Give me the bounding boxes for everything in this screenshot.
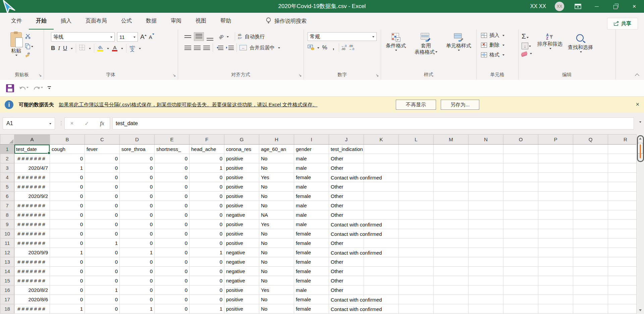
- cell-E8[interactable]: 0: [155, 210, 190, 220]
- cell-G10[interactable]: positive: [224, 229, 259, 239]
- comma-style-button[interactable]: ,: [330, 44, 337, 51]
- font-color-dropdown-icon[interactable]: [121, 48, 123, 50]
- cell-F9[interactable]: 0: [190, 220, 224, 229]
- cell-A14[interactable]: #######: [14, 267, 50, 276]
- cell-M14[interactable]: [434, 267, 469, 276]
- delete-cells-button[interactable]: 删除: [481, 42, 516, 48]
- cell-N11[interactable]: [469, 239, 503, 248]
- cell-M3[interactable]: [434, 163, 469, 173]
- row-header-1[interactable]: 1: [0, 145, 14, 154]
- column-header-A[interactable]: A: [14, 135, 50, 145]
- fill-color-button[interactable]: [97, 45, 103, 51]
- cell-D2[interactable]: 0: [120, 154, 155, 163]
- cell-H8[interactable]: NA: [259, 210, 294, 220]
- cell-M18[interactable]: [434, 304, 469, 314]
- cell-O7[interactable]: [503, 201, 538, 210]
- cell-I7[interactable]: male: [294, 201, 329, 210]
- cell-D18[interactable]: 1: [120, 304, 155, 314]
- cell-N10[interactable]: [469, 229, 503, 239]
- merge-center-dropdown-icon[interactable]: [278, 47, 280, 50]
- cell-L14[interactable]: [399, 267, 434, 276]
- orientation-button[interactable]: ab: [219, 34, 223, 40]
- cell-M12[interactable]: [434, 248, 469, 257]
- cell-O4[interactable]: [503, 173, 538, 182]
- font-color-button[interactable]: A: [112, 45, 117, 51]
- cell-E14[interactable]: 0: [155, 267, 190, 276]
- formula-bar-resize-handle[interactable]: ⋮: [59, 120, 64, 126]
- cell-Q2[interactable]: [573, 154, 608, 163]
- cell-K2[interactable]: [364, 154, 399, 163]
- formula-input[interactable]: test_date: [112, 117, 634, 129]
- cell-G18[interactable]: positive: [224, 304, 259, 314]
- cell-L6[interactable]: [399, 192, 434, 201]
- cell-O17[interactable]: [503, 295, 538, 304]
- cell-L16[interactable]: [399, 285, 434, 295]
- cell-O2[interactable]: [503, 154, 538, 163]
- cell-P3[interactable]: [538, 163, 573, 173]
- cell-G4[interactable]: positive: [224, 173, 259, 182]
- percent-style-button[interactable]: %: [321, 44, 328, 51]
- cell-D9[interactable]: 0: [120, 220, 155, 229]
- cell-K6[interactable]: [364, 192, 399, 201]
- cell-P6[interactable]: [538, 192, 573, 201]
- column-header-N[interactable]: N: [469, 135, 503, 145]
- tab-formulas[interactable]: 公式: [114, 13, 139, 30]
- cell-M7[interactable]: [434, 201, 469, 210]
- cell-E11[interactable]: 0: [155, 239, 190, 248]
- cell-D15[interactable]: 0: [120, 276, 155, 285]
- cell-P5[interactable]: [538, 182, 573, 192]
- cell-F4[interactable]: 0: [190, 173, 224, 182]
- tab-file[interactable]: 文件: [4, 13, 29, 30]
- cell-F17[interactable]: 0: [190, 295, 224, 304]
- cell-J3[interactable]: Other: [329, 163, 364, 173]
- tell-me-search[interactable]: 操作说明搜索: [266, 13, 307, 30]
- font-dialog-launcher[interactable]: ↘: [173, 73, 176, 77]
- cell-N9[interactable]: [469, 220, 503, 229]
- tab-data[interactable]: 数据: [139, 13, 164, 30]
- phonetic-guide-button[interactable]: wén 文: [129, 45, 135, 52]
- cell-I17[interactable]: female: [294, 295, 329, 304]
- cell-C18[interactable]: 0: [85, 304, 120, 314]
- undo-button[interactable]: [19, 86, 29, 91]
- cell-E6[interactable]: 0: [155, 192, 190, 201]
- cell-P7[interactable]: [538, 201, 573, 210]
- cell-I15[interactable]: female: [294, 276, 329, 285]
- cell-Q5[interactable]: [573, 182, 608, 192]
- cell-L11[interactable]: [399, 239, 434, 248]
- row-header-3[interactable]: 3: [0, 163, 14, 173]
- cell-A7[interactable]: #######: [14, 201, 50, 210]
- cell-D3[interactable]: 0: [120, 163, 155, 173]
- restore-button[interactable]: [610, 1, 621, 11]
- cell-E10[interactable]: 0: [155, 229, 190, 239]
- cell-B10[interactable]: 0: [50, 229, 85, 239]
- cell-J11[interactable]: Other: [329, 239, 364, 248]
- cell-A12[interactable]: 2020/9/9: [14, 248, 50, 257]
- cancel-entry-button[interactable]: ×: [70, 120, 73, 127]
- cell-F7[interactable]: 0: [190, 201, 224, 210]
- avatar[interactable]: XX: [555, 2, 564, 11]
- italic-button[interactable]: I: [58, 45, 60, 52]
- cell-K8[interactable]: [364, 210, 399, 220]
- row-header-10[interactable]: 10: [0, 229, 14, 239]
- cell-D16[interactable]: 0: [120, 285, 155, 295]
- clear-button[interactable]: [522, 52, 532, 55]
- cell-I14[interactable]: female: [294, 267, 329, 276]
- cell-F10[interactable]: 0: [190, 229, 224, 239]
- decrease-decimal-button[interactable]: .00→.0: [349, 45, 355, 51]
- cell-C12[interactable]: 0: [85, 248, 120, 257]
- increase-indent-button[interactable]: [226, 46, 234, 50]
- cell-H12[interactable]: No: [259, 248, 294, 257]
- cell-E13[interactable]: 0: [155, 257, 190, 267]
- cell-J10[interactable]: Contact with confirmed: [329, 229, 364, 239]
- row-header-8[interactable]: 8: [0, 210, 14, 220]
- shrink-font-button[interactable]: A: [149, 34, 154, 40]
- number-dialog-launcher[interactable]: ↘: [376, 73, 379, 77]
- cell-O1[interactable]: [503, 145, 538, 154]
- cell-C7[interactable]: 0: [85, 201, 120, 210]
- cell-Q14[interactable]: [573, 267, 608, 276]
- insert-function-button[interactable]: fx: [100, 120, 104, 127]
- cell-N1[interactable]: [469, 145, 503, 154]
- row-header-7[interactable]: 7: [0, 201, 14, 210]
- insert-cells-button[interactable]: 插入: [481, 32, 516, 39]
- cell-A11[interactable]: #######: [14, 239, 50, 248]
